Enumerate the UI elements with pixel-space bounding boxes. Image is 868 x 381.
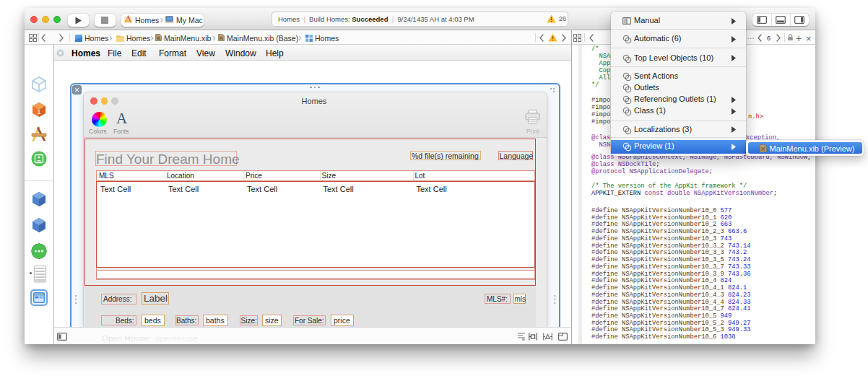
svg-text:1: 1 [37, 108, 40, 115]
